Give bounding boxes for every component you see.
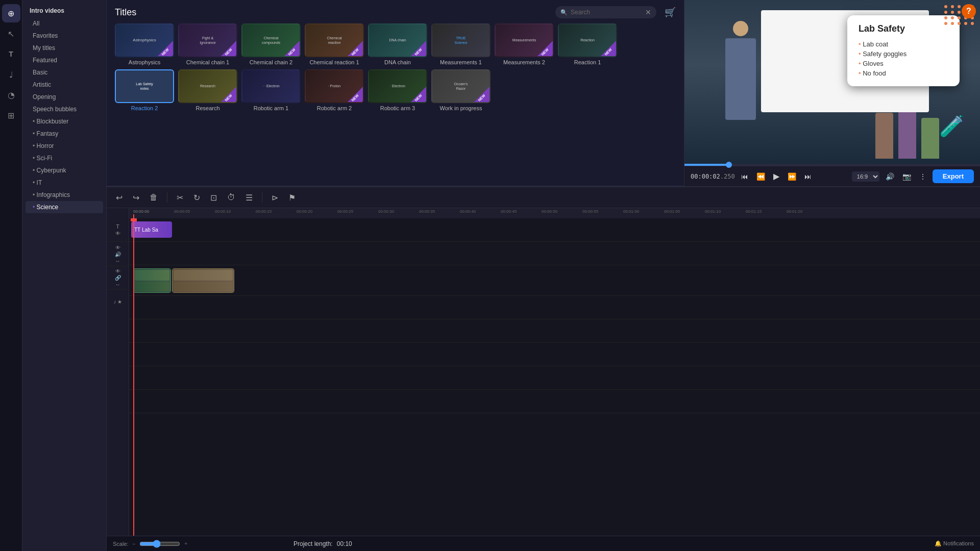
music-icon[interactable]: ♪ xyxy=(114,299,116,305)
title-thumb-chemical-chain-1[interactable]: Fight &Ignorance NEW xyxy=(178,23,237,57)
sidebar-section-intro[interactable]: Intro videos xyxy=(22,4,106,17)
export-button[interactable]: Export xyxy=(933,169,974,183)
sidebar-item-fantasy[interactable]: Fantasy xyxy=(26,128,103,140)
skip-to-end-button[interactable]: ⏭ xyxy=(802,171,814,182)
skip-to-start-button[interactable]: ⏮ xyxy=(739,171,750,182)
step-forward-button[interactable]: ⏩ xyxy=(786,171,798,182)
title-thumb-robotic-arm-1[interactable]: · · Electron xyxy=(241,69,301,103)
time-button[interactable]: ⏱ xyxy=(224,191,238,204)
title-card-research[interactable]: Research NEW Research xyxy=(178,69,237,111)
title-card-dna-chain[interactable]: DNA chain NEW DNA chain xyxy=(368,23,427,65)
title-card-robotic-arm-3[interactable]: · Electron NEW Robotic arm 3 xyxy=(368,69,427,111)
flag-button[interactable]: ⚑ xyxy=(285,191,299,205)
align-button[interactable]: ☰ xyxy=(242,191,256,205)
sidebar-item-blockbuster[interactable]: Blockbuster xyxy=(26,115,103,128)
play-button[interactable]: ▶ xyxy=(771,170,781,182)
audio-track-eye-icon[interactable]: 👁 xyxy=(115,268,120,274)
crop-button[interactable]: ⊡ xyxy=(207,191,220,205)
clear-search-icon[interactable]: ✕ xyxy=(645,8,651,16)
title-track-item[interactable]: TT Lab Sa xyxy=(131,221,172,238)
title-card-chemical-chain-2[interactable]: Chemicalcompounds NEW Chemical chain 2 xyxy=(241,23,301,65)
title-card-measurements-2[interactable]: Measurements NEW Measurements 2 xyxy=(495,23,554,65)
title-thumb-measurements-2[interactable]: Measurements NEW xyxy=(495,23,554,57)
title-thumb-reaction-1[interactable]: Reaction NEW xyxy=(558,23,617,57)
scale-zoom-in-icon: + xyxy=(184,541,187,546)
text-track-icon[interactable]: T xyxy=(116,223,119,230)
icon-bar-clock[interactable]: ◔ xyxy=(2,86,20,104)
title-card-astrophysics[interactable]: Astrophysics NEW Astrophysics xyxy=(115,23,174,65)
title-thumb-reaction-2[interactable]: Lab Safetynotes xyxy=(115,69,174,103)
insert-button[interactable]: ⊳ xyxy=(268,191,281,205)
audio-track-expand-icon[interactable]: ↔ xyxy=(115,282,120,287)
sidebar-item-opening[interactable]: Opening xyxy=(26,91,103,103)
empty-track-3 xyxy=(129,319,980,343)
sidebar-item-favorites[interactable]: Favorites xyxy=(26,30,103,42)
title-thumb-robotic-arm-2[interactable]: · Proton NEW xyxy=(305,69,364,103)
title-label-chemical-reaction-1: Chemical reaction 1 xyxy=(309,59,359,65)
sidebar-item-my-titles[interactable]: My titles xyxy=(26,42,103,54)
sidebar-item-featured[interactable]: Featured xyxy=(26,54,103,66)
video-clip-1[interactable] xyxy=(133,268,171,293)
volume-button[interactable]: 🔊 xyxy=(884,171,896,182)
audio-track-link-icon[interactable]: 🔗 xyxy=(115,275,121,281)
video-track-eye-icon[interactable]: 👁 xyxy=(115,245,120,251)
step-back-button[interactable]: ⏪ xyxy=(754,171,767,182)
icon-bar-music[interactable]: ♩ xyxy=(2,65,20,84)
title-thumb-chemical-chain-2[interactable]: Chemicalcompounds NEW xyxy=(241,23,301,57)
icon-bar-home[interactable]: ⊕ xyxy=(2,4,20,22)
cart-icon[interactable]: 🛒 xyxy=(665,7,676,18)
preview-progress[interactable] xyxy=(684,164,980,166)
undo-button[interactable]: ↩ xyxy=(113,191,126,205)
sidebar-item-sci-fi[interactable]: Sci-Fi xyxy=(26,152,103,164)
sidebar-item-infographics[interactable]: Infographics xyxy=(26,189,103,201)
notifications-button[interactable]: 🔔 Notifications xyxy=(935,540,974,547)
title-thumb-astrophysics[interactable]: Astrophysics NEW xyxy=(115,23,174,57)
title-label-robotic-arm-2: Robotic arm 2 xyxy=(317,105,352,111)
titles-search-bar[interactable]: 🔍 ✕ xyxy=(555,6,656,18)
bottom-bar: Scale: – + Project length: 00:10 🔔 Notif… xyxy=(107,536,980,551)
title-thumb-robotic-arm-3[interactable]: · Electron NEW xyxy=(368,69,427,103)
sidebar-item-it[interactable]: IT xyxy=(26,177,103,189)
search-input[interactable] xyxy=(571,9,642,16)
sidebar-item-horror[interactable]: Horror xyxy=(26,140,103,152)
cut-button[interactable]: ✂ xyxy=(174,191,186,205)
sidebar-item-all[interactable]: All xyxy=(26,17,103,30)
title-card-chemical-reaction-1[interactable]: Chemicalreaction NEW Chemical reaction 1 xyxy=(305,23,364,65)
video-clip-2[interactable] xyxy=(172,268,234,293)
title-track-label: Lab Sa xyxy=(142,227,158,233)
aspect-ratio-select[interactable]: 16:9 9:16 1:1 xyxy=(852,171,879,182)
icon-bar-cursor[interactable]: ↖ xyxy=(2,24,20,43)
ruler-mark-35: 00:00:35 xyxy=(419,209,435,214)
more-options-button[interactable]: ⋮ xyxy=(917,171,928,182)
title-card-chemical-chain-1[interactable]: Fight &Ignorance NEW Chemical chain 1 xyxy=(178,23,237,65)
title-thumb-chemical-reaction-1[interactable]: Chemicalreaction NEW xyxy=(305,23,364,57)
video-track-expand-icon[interactable]: ↔ xyxy=(115,258,120,264)
title-card-work-in-progress[interactable]: Occam'sRazor NEW Work in progress xyxy=(431,69,491,111)
snapshot-button[interactable]: 📷 xyxy=(900,171,913,182)
text-track-eye-icon[interactable]: 👁 xyxy=(115,231,120,236)
sidebar-item-science[interactable]: Science xyxy=(26,201,103,213)
sidebar-item-cyberpunk[interactable]: Cyberpunk xyxy=(26,164,103,177)
title-card-robotic-arm-2[interactable]: · Proton NEW Robotic arm 2 xyxy=(305,69,364,111)
video-track-audio-icon[interactable]: 🔊 xyxy=(115,252,121,257)
title-card-reaction-2[interactable]: Lab Safetynotes Reaction 2 xyxy=(115,69,174,111)
title-card-robotic-arm-1[interactable]: · · Electron Robotic arm 1 xyxy=(241,69,301,111)
delete-button[interactable]: 🗑 xyxy=(146,191,161,204)
help-badge[interactable]: ? xyxy=(962,4,976,18)
title-thumb-work-in-progress[interactable]: Occam'sRazor NEW xyxy=(431,69,491,103)
icon-bar-grid[interactable]: ⊞ xyxy=(2,106,20,124)
sidebar-item-speech-bubbles[interactable]: Speech bubbles xyxy=(26,103,103,115)
icon-bar-text[interactable]: T xyxy=(2,45,20,63)
scale-slider[interactable] xyxy=(139,540,180,548)
track-icons-panel: T 👁 👁 🔊 ↔ 👁 🔗 ↔ xyxy=(107,208,129,536)
title-thumb-dna-chain[interactable]: DNA chain NEW xyxy=(368,23,427,57)
sidebar-item-artistic[interactable]: Artistic xyxy=(26,79,103,91)
fx-icon[interactable]: ★ xyxy=(117,299,122,305)
sidebar-item-basic[interactable]: Basic xyxy=(26,66,103,79)
title-thumb-research[interactable]: Research NEW xyxy=(178,69,237,103)
title-card-measurements-1[interactable]: TRUEScience Measurements 1 xyxy=(431,23,491,65)
loop-button[interactable]: ↻ xyxy=(190,191,203,205)
redo-button[interactable]: ↪ xyxy=(130,191,142,205)
title-card-reaction-1[interactable]: Reaction NEW Reaction 1 xyxy=(558,23,617,65)
title-thumb-measurements-1[interactable]: TRUEScience xyxy=(431,23,491,57)
